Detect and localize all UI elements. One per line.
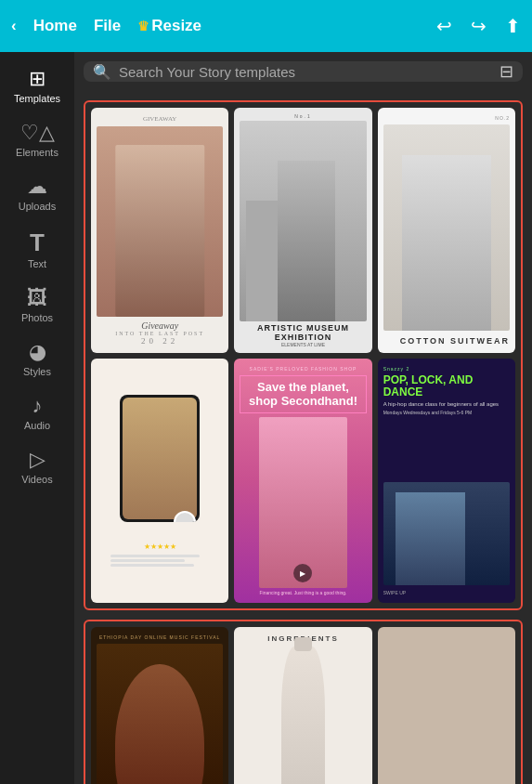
template-ingredients[interactable]: INGREDIENTS VITAMIN C GLYCERIN bbox=[234, 627, 371, 784]
t6-sub: A hip-hop dance class for beginners of a… bbox=[383, 401, 510, 407]
sidebar-item-label: Elements bbox=[16, 147, 58, 158]
sidebar-item-label: Photos bbox=[21, 312, 53, 323]
t3-brand: COTTON SUITWEAR bbox=[400, 336, 510, 346]
t6-tag: Snazzy 2 bbox=[383, 366, 510, 372]
t5-footer: Financing great. Just thing is a good th… bbox=[260, 590, 347, 595]
t4-phone bbox=[120, 395, 200, 521]
t6-swipe: SWIPE UP bbox=[383, 590, 510, 595]
resize-button[interactable]: ♛Resize bbox=[137, 17, 201, 35]
sidebar: ⊞ Templates ♡△ Elements ☁ Uploads T Text… bbox=[0, 52, 74, 784]
template-grid-row3: ETHIOPIA DAY ONLINE MUSIC FESTIVAL SANKY… bbox=[84, 620, 523, 784]
template-music[interactable]: ETHIOPIA DAY ONLINE MUSIC FESTIVAL SANKY bbox=[91, 627, 228, 784]
t3-tag: NO.2 bbox=[495, 115, 510, 121]
template-grid: GIVEAWAY Giveaway INTO THE LAST POST 20 … bbox=[91, 108, 515, 603]
template-review[interactable]: ★★★★★ bbox=[91, 359, 228, 604]
elements-icon: ♡△ bbox=[20, 123, 55, 143]
sidebar-item-uploads[interactable]: ☁ Uploads bbox=[0, 167, 74, 221]
sidebar-item-styles[interactable]: ◕ Styles bbox=[0, 333, 74, 386]
t6-details: Mondays Wednesdays and Fridays 5-6 PM bbox=[383, 410, 510, 415]
search-icon: 🔍 bbox=[93, 63, 111, 81]
t1-image bbox=[97, 126, 223, 317]
content-panel: ➜ 🔍 ⊟ September Ganesh Sale Birthday › G… bbox=[74, 52, 532, 784]
t1-title: Giveaway bbox=[141, 320, 178, 331]
t3-photo bbox=[383, 124, 510, 331]
sidebar-item-videos[interactable]: ▷ Videos bbox=[0, 440, 74, 494]
t5-title-border: Save the planet, shop Secondhand! bbox=[240, 375, 366, 413]
template-giveaway[interactable]: GIVEAWAY Giveaway INTO THE LAST POST 20 … bbox=[91, 108, 228, 353]
file-button[interactable]: File bbox=[94, 17, 121, 35]
template-secondhand[interactable]: SADIE'S PRELOVED FASHION SHOP Save the p… bbox=[234, 359, 371, 604]
t2-subtitle: ELEMENTS AT LIME bbox=[281, 342, 325, 347]
template-cotton[interactable]: NO.2 COTTON SUITWEAR bbox=[378, 108, 515, 353]
t1-date: 20 22 bbox=[141, 336, 178, 346]
search-bar: ➜ 🔍 ⊟ bbox=[84, 61, 523, 82]
template-museum[interactable]: No.1 ARTISTIC MUSEUM EXHIBITION ELEMENTS… bbox=[234, 108, 371, 353]
photos-icon: 🖼 bbox=[27, 288, 47, 308]
t5-person: ▶ bbox=[259, 417, 347, 589]
audio-icon: ♪ bbox=[32, 396, 43, 416]
styles-icon: ◕ bbox=[29, 342, 46, 362]
text-icon: T bbox=[30, 230, 45, 255]
sidebar-item-photos[interactable]: 🖼 Photos bbox=[0, 279, 74, 333]
cloud-upload-button[interactable]: ⬆ bbox=[505, 15, 521, 37]
t2-tag: No.1 bbox=[294, 113, 312, 119]
sidebar-item-label: Styles bbox=[23, 366, 51, 377]
videos-icon: ▷ bbox=[30, 450, 45, 470]
back-button[interactable]: ‹ bbox=[11, 17, 17, 35]
top-bar-actions: ↩ ↪ ⬆ bbox=[436, 15, 521, 37]
sidebar-item-label: Text bbox=[28, 258, 46, 269]
template-grid-section: GIVEAWAY Giveaway INTO THE LAST POST 20 … bbox=[84, 100, 523, 610]
templates-icon: ⊞ bbox=[29, 69, 45, 89]
t6-title: POP, LOCK, AND DANCE bbox=[383, 374, 510, 399]
sidebar-item-text[interactable]: T Text bbox=[0, 221, 74, 279]
redo-button[interactable]: ↪ bbox=[471, 15, 487, 37]
crown-icon: ♛ bbox=[137, 19, 149, 33]
t5-play-button[interactable]: ▶ bbox=[293, 564, 312, 582]
t7-tag: ETHIOPIA DAY ONLINE MUSIC FESTIVAL bbox=[99, 634, 220, 640]
template-grid-bottom: ETHIOPIA DAY ONLINE MUSIC FESTIVAL SANKY… bbox=[91, 627, 515, 784]
t4-text-lines bbox=[110, 555, 209, 567]
t7-photo bbox=[97, 644, 223, 784]
search-input[interactable] bbox=[119, 64, 492, 80]
template-dance[interactable]: Snazzy 2 POP, LOCK, AND DANCE A hip-hop … bbox=[378, 359, 515, 604]
t4-stars: ★★★★★ bbox=[144, 542, 176, 551]
t8-bottle bbox=[281, 647, 326, 784]
template-tuesday[interactable]: BE AM TUESDAY bbox=[378, 627, 515, 784]
filter-icon[interactable]: ⊟ bbox=[500, 61, 513, 82]
t5-title: Save the planet, shop Secondhand! bbox=[246, 380, 359, 409]
sidebar-item-templates[interactable]: ⊞ Templates bbox=[0, 59, 74, 113]
t2-photo bbox=[240, 121, 366, 321]
t6-photo bbox=[383, 482, 510, 585]
sidebar-item-label: Audio bbox=[24, 420, 50, 431]
uploads-icon: ☁ bbox=[27, 176, 47, 197]
sidebar-item-audio[interactable]: ♪ Audio bbox=[0, 386, 74, 440]
sidebar-item-label: Videos bbox=[21, 474, 52, 485]
main-layout: ⊞ Templates ♡△ Elements ☁ Uploads T Text… bbox=[0, 52, 532, 784]
top-bar: ‹ Home File ♛Resize ↩ ↪ ⬆ bbox=[0, 0, 532, 52]
t1-tag: GIVEAWAY bbox=[143, 115, 177, 123]
sidebar-item-elements[interactable]: ♡△ Elements bbox=[0, 113, 74, 167]
undo-button[interactable]: ↩ bbox=[436, 15, 452, 37]
t5-tag: SADIE'S PRELOVED FASHION SHOP bbox=[250, 366, 357, 372]
home-button[interactable]: Home bbox=[33, 17, 77, 35]
t2-title: ARTISTIC MUSEUM EXHIBITION bbox=[240, 323, 366, 342]
sidebar-item-label: Templates bbox=[14, 93, 60, 104]
sidebar-item-label: Uploads bbox=[19, 201, 56, 212]
